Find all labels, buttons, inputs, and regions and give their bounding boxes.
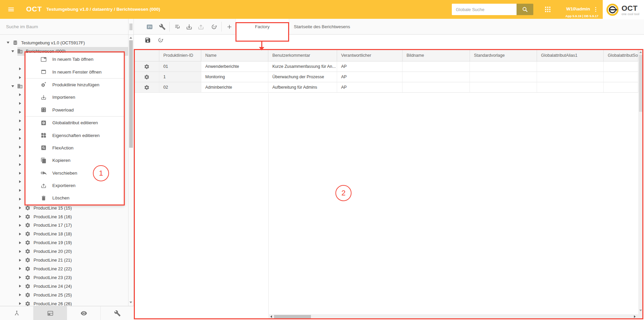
row-actions-cell[interactable] <box>134 61 159 72</box>
table-cell[interactable] <box>402 72 470 82</box>
table-cell[interactable]: 02 <box>159 82 201 93</box>
apps-grid-icon[interactable] <box>544 5 552 13</box>
table-cell[interactable]: Anwenderberichte <box>201 61 268 72</box>
row-actions-cell[interactable] <box>134 82 159 93</box>
table-cell[interactable] <box>537 82 604 93</box>
row-gear-icon[interactable] <box>144 74 150 80</box>
context-menu-item[interactable]: Powerload <box>25 104 124 116</box>
row-gear-icon[interactable] <box>144 64 150 70</box>
tree-item[interactable]: ProductLine 26 (26) <box>0 299 128 306</box>
tree-item[interactable]: ProductLine 25 (25) <box>0 290 128 299</box>
expand-arrow-icon[interactable] <box>19 250 25 253</box>
table-cell[interactable] <box>402 61 470 72</box>
expand-arrow-icon[interactable] <box>19 267 25 270</box>
global-search-button[interactable] <box>517 4 533 15</box>
sidebar-view-tools-button[interactable] <box>101 306 134 320</box>
import-button[interactable] <box>186 24 193 30</box>
context-menu-item[interactable]: Löschen <box>25 192 124 204</box>
undo-changes-button[interactable] <box>157 37 164 43</box>
table-cell[interactable]: 1 <box>159 72 201 82</box>
table-cell[interactable]: Überwachung der Prozesse <box>268 72 337 82</box>
context-menu-item[interactable]: Eigenschaften editieren <box>25 129 124 141</box>
table-cell[interactable]: AP <box>337 82 402 93</box>
expand-arrow-icon[interactable] <box>19 189 25 192</box>
column-header[interactable] <box>134 49 159 61</box>
sidebar-view-hierarchy-button[interactable] <box>0 306 34 320</box>
table-cell[interactable]: AP <box>337 72 402 82</box>
customize-button[interactable] <box>159 24 166 30</box>
expand-arrow-icon[interactable] <box>19 180 25 183</box>
context-menu-item[interactable]: Kopieren <box>25 154 124 167</box>
expand-arrow-icon[interactable] <box>19 224 25 227</box>
column-header[interactable]: Produktlinien-ID <box>159 49 201 61</box>
logged-in-user[interactable]: W10\admin <box>566 6 590 11</box>
expand-arrow-icon[interactable] <box>19 76 25 79</box>
grid-horizontal-scrollbar[interactable] <box>268 314 638 319</box>
scroll-up-icon[interactable] <box>639 51 642 53</box>
collapse-arrow-icon[interactable] <box>7 42 12 44</box>
column-header[interactable]: Bildname <box>402 49 470 61</box>
table-cell[interactable] <box>604 72 638 82</box>
expand-arrow-icon[interactable] <box>19 67 25 70</box>
sidebar-splitter[interactable] <box>128 19 134 306</box>
scroll-down-icon[interactable] <box>639 310 642 311</box>
global-search-input[interactable] <box>452 4 517 15</box>
column-header[interactable]: GlobalattributAlias1 <box>537 49 604 61</box>
context-menu-item[interactable]: Verschieben <box>25 167 124 179</box>
column-header[interactable]: Standardvorlage <box>470 49 537 61</box>
sidebar-view-preview-button[interactable] <box>67 306 101 320</box>
scroll-left-icon[interactable] <box>270 315 272 318</box>
context-menu-item[interactable]: Globalattribut editieren <box>25 117 124 129</box>
expand-arrow-icon[interactable] <box>19 128 25 131</box>
splitter-handle-icon[interactable] <box>130 24 132 30</box>
context-menu-item[interactable]: FlexAction <box>25 142 124 154</box>
add-tab-button[interactable] <box>226 24 233 30</box>
hamburger-menu-icon[interactable] <box>7 6 15 13</box>
table-cell[interactable]: Monitoring <box>201 72 268 82</box>
table-cell[interactable]: Adminberichte <box>201 82 268 93</box>
collapse-arrow-icon[interactable] <box>11 50 17 52</box>
table-cell[interactable] <box>604 82 638 93</box>
expand-arrow-icon[interactable] <box>19 154 25 157</box>
tree-item[interactable]: ProductLine 18 (18) <box>0 230 128 238</box>
table-cell[interactable] <box>470 82 537 93</box>
tree-item[interactable]: ProductLine 19 (19) <box>0 238 128 247</box>
tree-scrollbar-thumb[interactable] <box>129 40 133 148</box>
context-menu-item[interactable]: Importieren <box>25 91 124 103</box>
expand-arrow-icon[interactable] <box>19 215 25 218</box>
expand-arrow-icon[interactable] <box>19 276 25 279</box>
tree-scroll-down-icon[interactable] <box>129 302 132 303</box>
vertical-scrollbar-thumb[interactable] <box>639 55 642 112</box>
expand-arrow-icon[interactable] <box>19 102 25 105</box>
expand-arrow-icon[interactable] <box>19 241 25 244</box>
user-menu-kebab-icon[interactable] <box>592 5 599 13</box>
table-cell[interactable] <box>470 61 537 72</box>
row-gear-icon[interactable] <box>144 85 150 90</box>
collapse-arrow-icon[interactable] <box>11 85 17 87</box>
expand-arrow-icon[interactable] <box>19 302 25 305</box>
table-row[interactable]: 1MonitoringÜberwachung der ProzesseAP <box>134 72 638 82</box>
tree-item[interactable]: ProductLine 17 (17) <box>0 221 128 230</box>
table-row[interactable]: 02AdminberichteAufbereitung für AdminsAP <box>134 82 638 93</box>
export-button[interactable] <box>198 24 204 30</box>
tree-item[interactable]: ProductLine 16 (16) <box>0 212 128 221</box>
table-cell[interactable] <box>537 61 604 72</box>
table-cell[interactable] <box>537 72 604 82</box>
expand-arrow-icon[interactable] <box>19 146 25 148</box>
tree-scroll-up-icon[interactable] <box>129 37 132 39</box>
horizontal-scrollbar-thumb[interactable] <box>274 315 311 318</box>
apply-layout-button[interactable] <box>174 24 181 30</box>
expand-arrow-icon[interactable] <box>19 233 25 235</box>
row-actions-cell[interactable] <box>134 72 159 82</box>
table-cell[interactable]: 01 <box>159 61 201 72</box>
tree-item[interactable]: ProductLine 23 (23) <box>0 273 128 282</box>
context-menu-item[interactable]: Exportieren <box>25 179 124 192</box>
column-header[interactable]: Name <box>201 49 268 61</box>
grid-view-button[interactable] <box>146 24 153 30</box>
expand-arrow-icon[interactable] <box>19 285 25 287</box>
tree-search-input[interactable] <box>0 19 128 34</box>
table-cell[interactable] <box>402 82 470 93</box>
scroll-right-icon[interactable] <box>634 315 636 318</box>
context-menu-item[interactable]: In neuem Tab öffnen <box>25 53 124 65</box>
tree-item[interactable]: ProductLine 20 (20) <box>0 247 128 256</box>
